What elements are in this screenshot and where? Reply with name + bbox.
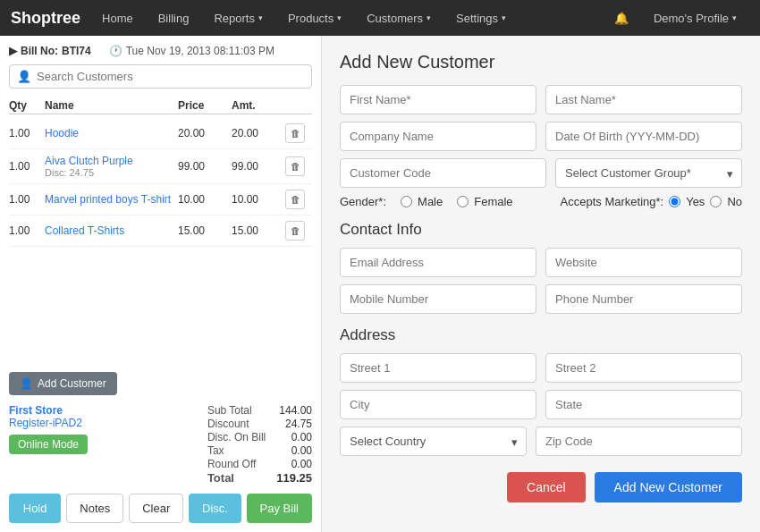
- round-off-value: 0.00: [276, 458, 312, 470]
- customer-code-field[interactable]: [340, 158, 546, 188]
- chevron-down-icon: ▾: [426, 13, 431, 22]
- street2-field[interactable]: [545, 353, 742, 383]
- item-name[interactable]: Hoodie: [45, 127, 178, 139]
- online-mode-button[interactable]: Online Mode: [9, 435, 88, 454]
- total-value: 119.25: [276, 471, 312, 485]
- website-field[interactable]: [545, 248, 742, 277]
- col-amt: Amt.: [232, 99, 285, 112]
- item-name[interactable]: Collared T-Shirts: [45, 224, 178, 237]
- disc-on-bill-value: 0.00: [276, 431, 312, 443]
- notification-icon[interactable]: 🔔: [602, 0, 641, 36]
- clear-button[interactable]: Clear: [129, 494, 183, 523]
- hold-button[interactable]: Hold: [9, 494, 61, 523]
- item-name[interactable]: Aiva Clutch Purple: [45, 155, 178, 167]
- item-amount: 20.00: [232, 127, 285, 139]
- country-zip-row: Select Country: [340, 426, 742, 456]
- nav-products[interactable]: Products ▾: [275, 0, 354, 36]
- store-register: Register-iPAD2: [9, 417, 88, 429]
- company-dob-row: [340, 122, 742, 151]
- item-qty: 1.00: [9, 193, 45, 206]
- chevron-down-icon: ▾: [337, 13, 342, 22]
- chevron-down-icon: ▾: [258, 13, 263, 22]
- item-amount: 99.00: [232, 160, 285, 173]
- nav-reports[interactable]: Reports ▾: [201, 0, 275, 36]
- first-name-field[interactable]: [340, 85, 536, 114]
- total-label: Total: [207, 471, 266, 485]
- discount-value: 24.75: [276, 418, 312, 430]
- code-group-row: Select Customer Group*: [340, 158, 742, 188]
- marketing-yes-option[interactable]: Yes: [669, 195, 705, 208]
- company-name-field[interactable]: [340, 122, 536, 151]
- navbar: Shoptree Home Billing Reports ▾ Products…: [0, 0, 760, 36]
- item-amount: 10.00: [232, 193, 285, 206]
- add-new-customer-button[interactable]: Add New Customer: [595, 472, 742, 502]
- bill-datetime: 🕐 Tue Nov 19, 2013 08:11:03 PM: [109, 45, 274, 57]
- bill-arrow-icon: ▶: [9, 45, 17, 57]
- user-icon: 👤: [17, 70, 31, 83]
- phone-field[interactable]: [545, 284, 742, 314]
- gender-female-radio[interactable]: [457, 196, 469, 207]
- notes-button[interactable]: Notes: [66, 494, 123, 523]
- table-row: 1.00 Hoodie 20.00 20.00 🗑: [9, 118, 312, 149]
- contact-section-title: Contact Info: [340, 221, 742, 239]
- item-price: 99.00: [178, 160, 232, 173]
- mobile-field[interactable]: [340, 284, 536, 314]
- country-select[interactable]: Select Country: [340, 426, 527, 456]
- last-name-field[interactable]: [545, 85, 742, 114]
- right-panel: Add New Customer Select Customer Group* …: [322, 36, 760, 532]
- person-add-icon: 👤: [20, 377, 33, 390]
- search-input[interactable]: [37, 70, 304, 83]
- delete-item-button[interactable]: 🗑: [285, 190, 305, 209]
- delete-item-button[interactable]: 🗑: [285, 123, 305, 143]
- zipcode-field[interactable]: [536, 426, 742, 456]
- search-bar[interactable]: 👤: [9, 64, 312, 89]
- marketing-no-label: No: [727, 195, 742, 208]
- name-row: [340, 85, 742, 114]
- table-header: Qty Name Price Amt.: [9, 97, 312, 114]
- email-field[interactable]: [340, 248, 536, 277]
- store-info: First Store Register-iPAD2 Online Mode: [9, 404, 88, 454]
- cancel-button[interactable]: Cancel: [507, 472, 586, 502]
- marketing-yes-radio[interactable]: [669, 196, 680, 207]
- nav-billing[interactable]: Billing: [146, 0, 202, 36]
- street1-field[interactable]: [340, 353, 536, 383]
- gender-male-option[interactable]: Male: [401, 195, 443, 208]
- gender-marketing-row: Gender*: Male Female Accepts Marketing*:…: [340, 195, 742, 208]
- delete-item-button[interactable]: 🗑: [285, 156, 305, 176]
- state-field[interactable]: [545, 390, 742, 419]
- subtotal-value: 144.00: [276, 404, 312, 417]
- nav-customers[interactable]: Customers ▾: [354, 0, 443, 36]
- add-customer-button[interactable]: 👤 Add Customer: [9, 372, 117, 395]
- address-section-title: Address: [340, 326, 742, 344]
- bottom-section: 👤 Add Customer First Store Register-iPAD…: [9, 372, 312, 523]
- tax-value: 0.00: [276, 444, 312, 457]
- nav-home[interactable]: Home: [89, 0, 146, 36]
- disc-button[interactable]: Disc.: [189, 494, 241, 523]
- gender-male-radio[interactable]: [401, 196, 412, 207]
- store-name: First Store: [9, 404, 88, 417]
- city-field[interactable]: [340, 390, 536, 419]
- customer-group-wrapper: Select Customer Group*: [555, 158, 742, 188]
- pay-bill-button[interactable]: Pay Bill: [247, 494, 312, 523]
- customer-group-select[interactable]: Select Customer Group*: [555, 158, 742, 188]
- profile-menu[interactable]: Demo's Profile ▾: [641, 0, 749, 36]
- street-row: [340, 353, 742, 383]
- marketing-yes-label: Yes: [686, 195, 705, 208]
- item-qty: 1.00: [9, 160, 45, 173]
- gender-male-label: Male: [418, 195, 443, 208]
- country-select-wrapper: Select Country: [340, 426, 527, 456]
- nav-settings[interactable]: Settings ▾: [443, 0, 519, 36]
- gender-female-option[interactable]: Female: [457, 195, 512, 208]
- chevron-down-icon: ▾: [502, 13, 506, 22]
- marketing-no-radio[interactable]: [710, 196, 722, 207]
- col-action: [285, 99, 312, 112]
- marketing-no-option[interactable]: No: [710, 195, 742, 208]
- delete-item-button[interactable]: 🗑: [285, 221, 305, 241]
- table-row: 1.00 Collared T-Shirts 15.00 15.00 🗑: [9, 215, 312, 247]
- table-row: 1.00 Aiva Clutch Purple Disc: 24.75 99.0…: [9, 149, 312, 184]
- dob-field[interactable]: [545, 122, 742, 151]
- item-amount: 15.00: [232, 224, 285, 237]
- item-name[interactable]: Marvel printed boys T-shirt: [45, 193, 178, 206]
- col-price: Price: [178, 99, 232, 112]
- bill-no-label: Bill No:: [21, 45, 58, 57]
